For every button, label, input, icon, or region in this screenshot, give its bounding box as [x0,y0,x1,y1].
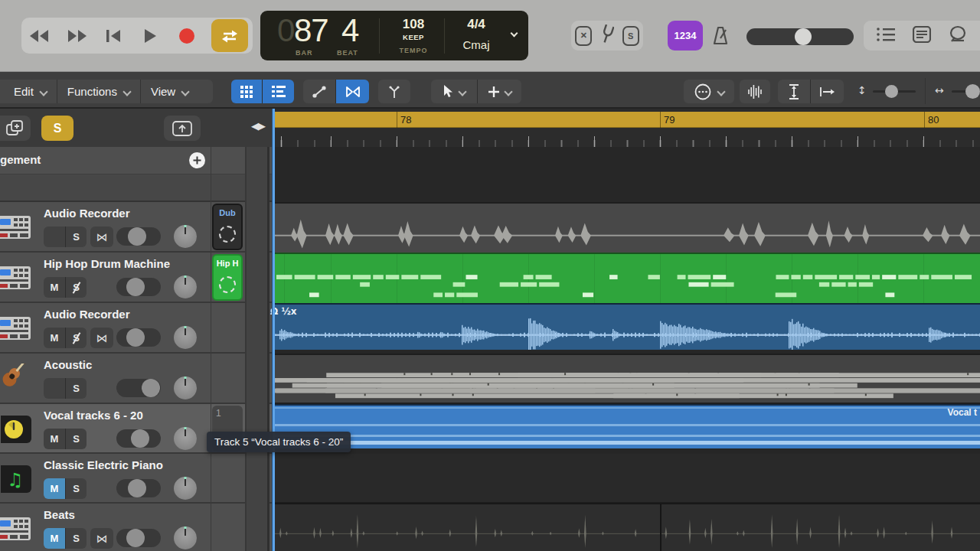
count-in-button[interactable]: 1234 [668,21,703,51]
master-solo-button[interactable]: S [41,116,74,141]
region-audio-vocal-chops[interactable] [275,202,980,253]
track-volume-slider[interactable] [116,328,161,347]
command-click-tool-menu[interactable] [477,80,521,103]
track-row-1[interactable]: Audio Recorder S ⋈ Dub [0,202,272,253]
hide-tracks-button[interactable] [164,116,201,141]
solo-button[interactable]: S [65,227,87,247]
track-row-7[interactable]: Beats M S ⋈ [0,504,272,551]
mute-button[interactable] [44,227,65,247]
catch-playhead-button[interactable] [378,80,410,103]
no-overlap-button[interactable]: ✕ [575,26,592,46]
region-audio-half-speed[interactable]: Ω ½x [275,303,980,350]
flex-button[interactable] [335,80,369,103]
go-to-beginning-button[interactable] [95,18,132,54]
track-volume-slider[interactable] [116,227,161,246]
new-track-button[interactable] [0,116,31,141]
track-volume-slider[interactable] [116,429,161,448]
pan-knob[interactable] [174,527,197,549]
live-loops-cell-hiphop[interactable]: Hip H [212,254,243,301]
track-name[interactable]: Classic Electric Piano [44,458,163,471]
pan-knob[interactable] [174,225,197,248]
horizontal-zoom-slider-knob[interactable] [965,84,980,99]
live-loops-cell-dub[interactable]: Dub [212,204,243,250]
waveform-zoom-button[interactable] [740,80,770,103]
track-name[interactable]: Audio Recorder [44,308,130,321]
track-name[interactable]: Vocal tracks 6 - 20 [44,409,143,422]
arrangement-track-row[interactable]: gement [0,147,272,174]
flex-track-button[interactable]: ⋈ [90,227,113,247]
track-name[interactable]: Beats [44,508,75,521]
vertical-auto-zoom-button[interactable] [778,80,810,103]
region-midi-hiphop-drums[interactable] [275,253,980,303]
track-volume-slider[interactable] [116,479,161,497]
volume-knob[interactable] [128,479,146,497]
automation-button[interactable] [303,80,335,103]
tuner-button[interactable] [600,24,614,47]
add-arrangement-marker-button[interactable] [189,152,205,168]
play-button[interactable] [132,18,168,54]
bar-ruler[interactable]: 78 79 80 [272,109,980,147]
region-vocal-stack[interactable]: Vocal t [275,404,980,448]
tracks-view-button[interactable] [262,80,294,103]
edit-menu[interactable]: Edit [0,80,57,103]
volume-knob[interactable] [126,328,145,347]
horizontal-auto-zoom-button[interactable] [810,80,844,103]
master-volume-slider[interactable] [746,28,854,45]
grid-divider-toggle-icon[interactable]: ◀▶ [251,120,265,132]
horizontal-zoom-slider[interactable] [952,90,980,93]
lcd-chevron-down-icon[interactable] [511,30,518,37]
live-loops-grid-button[interactable] [231,80,262,103]
view-menu[interactable]: View [141,80,198,103]
forward-button[interactable] [58,18,95,54]
vertical-zoom-slider-knob[interactable] [885,85,898,98]
mute-button[interactable] [44,378,65,399]
volume-knob[interactable] [128,227,146,246]
volume-knob[interactable] [142,379,160,397]
record-button[interactable] [168,18,205,54]
track-row-3[interactable]: Audio Recorder M S ⋈ [0,303,272,354]
volume-knob[interactable] [131,429,149,448]
cycle-region[interactable]: 78 79 80 [272,112,980,128]
loop-browser-button[interactable] [948,25,968,46]
track-row-6[interactable]: ♫ Classic Electric Piano M S [0,454,272,504]
track-name[interactable]: Acoustic [44,358,92,371]
track-row-4[interactable]: Acoustic S [0,354,272,404]
region-midi-acoustic[interactable] [275,354,980,403]
solo-button[interactable]: S [65,277,87,298]
flex-track-button[interactable]: ⋈ [90,328,113,348]
volume-knob[interactable] [126,529,145,547]
track-volume-slider[interactable] [116,379,161,397]
list-editors-button[interactable] [876,26,896,45]
mute-button[interactable]: M [44,277,65,298]
track-volume-slider[interactable] [116,529,161,547]
region-audio-beats[interactable] [275,504,980,551]
pan-knob[interactable] [174,377,197,399]
solo-button[interactable]: S [65,328,87,348]
metronome-button[interactable] [707,21,733,51]
track-volume-slider[interactable] [116,278,161,296]
solo-button[interactable]: S [65,378,87,399]
left-click-tool-menu[interactable] [431,80,477,103]
mute-button[interactable]: M [44,429,65,449]
solo-button[interactable]: S [65,478,87,499]
solo-mode-button[interactable]: S [622,26,639,46]
lcd-display[interactable]: 0 87 4 BAR BEAT 108 KEEP TEMPO 4/4 Cmaj [260,11,528,60]
pan-knob[interactable] [174,276,197,298]
tracks-area[interactable]: Ω ½x Vocal t [275,147,980,551]
track-name[interactable]: Hip Hop Drum Machine [44,257,170,270]
flex-track-button[interactable]: ⋈ [90,528,113,549]
mute-button[interactable]: M [44,528,65,549]
vertical-zoom-slider[interactable] [873,90,916,93]
mute-button[interactable]: M [44,328,65,348]
cycle-button[interactable] [211,19,248,52]
rewind-button[interactable] [21,18,58,54]
pan-knob[interactable] [174,477,197,500]
solo-button[interactable]: S [65,528,87,549]
pan-knob[interactable] [174,427,197,450]
mute-button[interactable]: M [44,478,65,499]
pan-knob[interactable] [174,326,197,349]
functions-menu[interactable]: Functions [57,80,141,103]
track-name[interactable]: Audio Recorder [44,207,130,220]
solo-button[interactable]: S [65,429,87,449]
volume-knob[interactable] [126,278,145,296]
